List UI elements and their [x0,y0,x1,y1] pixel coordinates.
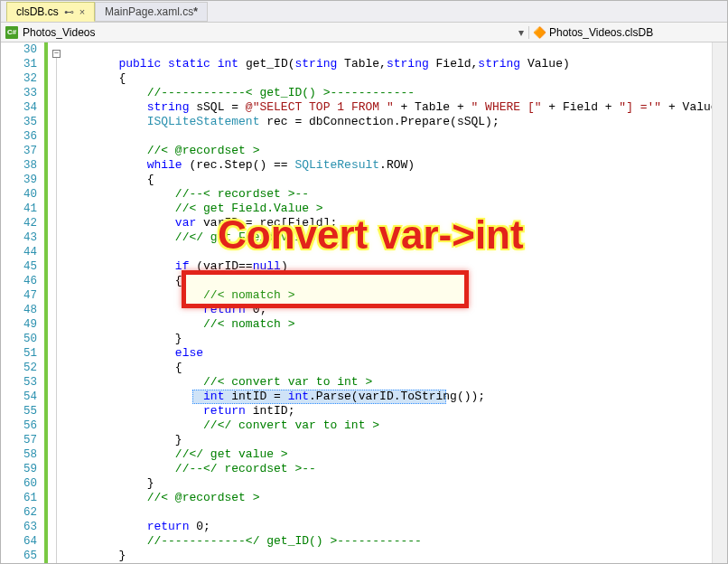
line-number: 63 [1,520,37,534]
line-number: 58 [1,447,37,462]
line-number: 40 [1,187,37,202]
line-number: 37 [1,144,37,158]
line-number: 31 [1,57,37,71]
code-line[interactable]: } [62,476,712,491]
editor-window: clsDB.cs ⊷ × MainPage.xaml.cs* C# Photos… [0,0,728,564]
line-number: 30 [1,42,37,57]
nav-namespace-dropdown[interactable]: C# Photos_Videos ▾ [1,25,528,40]
tab-strip: clsDB.cs ⊷ × MainPage.xaml.cs* [1,1,727,23]
code-line[interactable] [62,129,712,144]
code-line[interactable]: //</ get Field.Value > [62,230,712,245]
tab-clsdb[interactable]: clsDB.cs ⊷ × [6,2,95,22]
line-number: 38 [1,158,37,173]
code-line[interactable]: //------------< get_ID() >------------ [62,86,712,100]
class-icon: 🔶 [533,26,546,39]
code-line[interactable] [62,505,712,520]
close-icon[interactable]: × [79,6,85,17]
code-line[interactable]: } [62,433,712,447]
change-marker [44,42,48,563]
line-number: 33 [1,86,37,100]
line-number: 53 [1,375,37,390]
line-number: 45 [1,259,37,274]
code-area[interactable]: public static int get_ID(string Table,st… [62,42,712,563]
tab-label: MainPage.xaml.cs* [105,5,198,18]
code-line[interactable]: //< nomatch > [62,288,712,303]
outline-guide [56,58,57,563]
line-number: 54 [1,390,37,404]
outline-margin: − [44,42,62,563]
pin-icon[interactable]: ⊷ [64,6,74,18]
code-line[interactable] [62,245,712,259]
outline-collapse-toggle[interactable]: − [52,50,61,58]
code-line[interactable]: //< @recordset > [62,144,712,158]
code-line[interactable]: //</ convert var to int > [62,418,712,433]
line-number: 65 [1,549,37,563]
line-number: 48 [1,303,37,317]
code-line[interactable]: { [62,361,712,375]
line-number: 35 [1,115,37,129]
line-number: 52 [1,361,37,375]
code-line[interactable]: } [62,332,712,346]
line-number: 41 [1,202,37,216]
line-number: 56 [1,418,37,433]
line-number: 50 [1,332,37,346]
code-line[interactable]: return 0; [62,520,712,534]
vertical-scrollbar[interactable] [712,42,727,563]
line-number: 49 [1,317,37,332]
code-line[interactable]: if (varID==null) [62,259,712,274]
line-number-gutter: 3031323334353637383940414243444546474849… [1,42,44,563]
line-number: 32 [1,71,37,86]
code-line[interactable]: { [62,274,712,288]
code-line[interactable]: //< @recordset > [62,491,712,505]
code-line[interactable]: { [62,173,712,187]
code-line[interactable]: return 0; [62,303,712,317]
code-line[interactable]: while (rec.Step() == SQLiteResult.ROW) [62,158,712,173]
code-line[interactable]: //--</ recordset >-- [62,462,712,476]
line-number: 59 [1,462,37,476]
code-line[interactable]: else [62,346,712,361]
line-number: 47 [1,288,37,303]
line-number: 57 [1,433,37,447]
code-editor[interactable]: 3031323334353637383940414243444546474849… [1,42,727,563]
code-line[interactable]: //--< recordset >-- [62,187,712,202]
code-line[interactable]: //< get Field.Value > [62,202,712,216]
code-line[interactable]: //< nomatch > [62,317,712,332]
line-number: 62 [1,505,37,520]
nav-class-text: Photos_Videos.clsDB [549,26,653,39]
nav-class-dropdown[interactable]: 🔶 Photos_Videos.clsDB [528,26,727,39]
line-number: 60 [1,476,37,491]
code-line[interactable]: int intID = int.Parse(varID.ToString()); [62,390,712,404]
line-number: 42 [1,216,37,230]
tab-mainpage[interactable]: MainPage.xaml.cs* [95,2,208,22]
code-line[interactable]: //< convert var to int > [62,375,712,390]
csharp-file-icon: C# [5,25,19,40]
code-line[interactable]: } [62,549,712,563]
line-number: 46 [1,274,37,288]
line-number: 64 [1,534,37,549]
nav-bar: C# Photos_Videos ▾ 🔶 Photos_Videos.clsDB [1,23,727,42]
code-line[interactable]: //</ get value > [62,447,712,462]
code-line[interactable]: public static int get_ID(string Table,st… [62,57,712,71]
code-line[interactable] [62,42,712,57]
code-line[interactable]: return intID; [62,404,712,418]
tab-label: clsDB.cs [16,5,59,18]
code-line[interactable]: //------------</ get_ID() >------------ [62,534,712,549]
line-number: 36 [1,129,37,144]
line-number: 43 [1,230,37,245]
line-number: 34 [1,100,37,115]
code-line[interactable]: var varID = rec[Field]; [62,216,712,230]
chevron-down-icon[interactable]: ▾ [514,26,528,39]
code-line[interactable]: { [62,71,712,86]
code-line[interactable]: string sSQL = @"SELECT TOP 1 FROM " + Ta… [62,100,712,115]
code-line[interactable]: ISQLiteStatement rec = dbConnection.Prep… [62,115,712,129]
line-number: 55 [1,404,37,418]
nav-namespace-text: Photos_Videos [23,26,96,39]
line-number: 39 [1,173,37,187]
line-number: 51 [1,346,37,361]
line-number: 44 [1,245,37,259]
line-number: 61 [1,491,37,505]
